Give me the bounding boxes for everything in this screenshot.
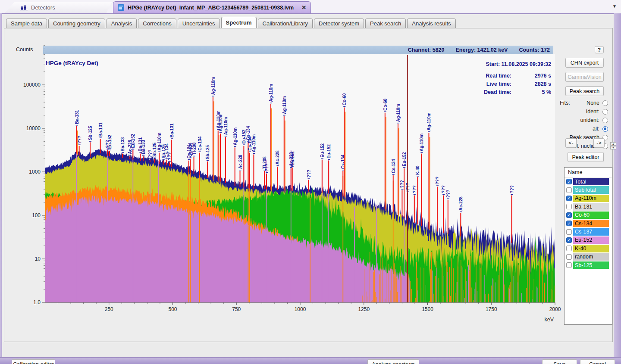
peak-label--868: ??? bbox=[264, 164, 269, 171]
legend-checkbox-random[interactable] bbox=[566, 254, 572, 260]
tab-overflow-arrow-icon[interactable]: ▼ bbox=[612, 4, 617, 9]
fits-radio-all[interactable] bbox=[602, 126, 608, 132]
legend-checkbox-eu-152[interactable]: ✓ bbox=[566, 237, 572, 243]
legend-name-co-60[interactable]: Co-60 bbox=[573, 212, 609, 219]
previous-peak-button[interactable]: <- bbox=[565, 138, 577, 148]
tab-analysis[interactable]: Analysis bbox=[107, 19, 137, 28]
analyze-spectrum-button[interactable]: Analyze spectrum bbox=[367, 359, 419, 364]
tab-uncertainties[interactable]: Uncertainties bbox=[178, 19, 220, 28]
real-time-label: Real time: bbox=[474, 72, 511, 80]
fits-row-all: all: bbox=[560, 124, 615, 133]
peak-label-ac-228-764: Ac-228 bbox=[238, 155, 243, 169]
legend-checkbox-co-60[interactable]: ✓ bbox=[566, 212, 572, 218]
start-time: Start: 11.08.2025 09:39:32 bbox=[474, 60, 551, 68]
svg-text:750: 750 bbox=[232, 306, 241, 312]
fits-option-label-none: None bbox=[586, 100, 599, 106]
legend-checkbox-subtotal[interactable] bbox=[566, 187, 572, 193]
tab-peak-search[interactable]: Peak search bbox=[365, 19, 406, 28]
legend-name-random[interactable]: random bbox=[573, 253, 609, 261]
application-window: Detectors HPGe (tRAYcy Det)_Infant_MP_AB… bbox=[0, 0, 621, 364]
peak-label-ag-110m-1476: Ag-110m bbox=[419, 134, 424, 152]
legend-checkbox-cs-134[interactable]: ✓ bbox=[566, 221, 572, 226]
legend-checkbox-k-40[interactable] bbox=[566, 246, 572, 251]
spectrum-title: HPGe (tRAYcy Det) bbox=[46, 60, 98, 66]
save-button[interactable]: Save bbox=[542, 359, 577, 364]
dead-time-label: Dead time: bbox=[474, 88, 511, 96]
legend-name-subtotal[interactable]: SubTotal bbox=[573, 186, 609, 194]
peak-label-ag-110m-818: Ag-110m bbox=[251, 134, 256, 152]
help-button[interactable]: ? bbox=[595, 46, 604, 53]
calibration-editor-button[interactable]: Calibration editor bbox=[12, 359, 55, 364]
tab-analysis-results[interactable]: Analysis results bbox=[407, 19, 455, 28]
svg-text:1250: 1250 bbox=[358, 306, 370, 312]
peak-editor-button[interactable]: Peak editor bbox=[568, 152, 604, 162]
peak-label-eu-152-969: Eu-152 bbox=[290, 151, 295, 165]
peak-label-ba-133-384: Ba-133 bbox=[141, 140, 146, 154]
tab-detector-system[interactable]: Detector system bbox=[314, 19, 364, 28]
legend-name-ag-110m[interactable]: Ag-110m bbox=[573, 195, 609, 202]
legend-checkbox-ag-110m[interactable]: ✓ bbox=[566, 196, 572, 201]
peak-label-sb-125-428: Sb-125 bbox=[152, 142, 157, 156]
svg-text:2000: 2000 bbox=[549, 306, 561, 312]
peak-label-sb-125-463: Sb-125 bbox=[161, 144, 166, 159]
svg-text:1750: 1750 bbox=[486, 306, 497, 312]
document-tab-title: HPGe (tRAYcy Det)_Infant_MP_ABC-12345678… bbox=[128, 5, 294, 11]
legend-name-eu-152[interactable]: Eu-152 bbox=[573, 236, 609, 244]
legend-checkbox-ba-131[interactable] bbox=[566, 204, 572, 209]
peak-label--1421: ??? bbox=[405, 183, 410, 190]
legend-checkbox-sb-125[interactable] bbox=[566, 262, 572, 268]
legend-name-cs-137[interactable]: Cs-137 bbox=[573, 228, 609, 236]
peak-label--1400: ??? bbox=[400, 180, 405, 188]
peak-label--1448: ??? bbox=[412, 185, 417, 193]
fits-option-label-ident: Ident: bbox=[586, 109, 599, 115]
fits-radio-none[interactable] bbox=[602, 100, 608, 106]
peak-label--1562: ??? bbox=[441, 185, 446, 193]
svg-text:100: 100 bbox=[32, 212, 41, 218]
chn-export-button[interactable]: CHN export bbox=[565, 58, 604, 68]
peak-label-co-60-1173: Co-60 bbox=[342, 93, 347, 105]
legend-name-k-40[interactable]: K-40 bbox=[573, 245, 609, 252]
legend-row-cs-134: ✓Cs-134 bbox=[565, 219, 612, 227]
detectors-icon bbox=[20, 5, 28, 10]
peak-search-button[interactable]: Peak search bbox=[565, 86, 604, 96]
tab-corrections[interactable]: Corrections bbox=[138, 19, 176, 28]
real-time-value: 2976 s bbox=[511, 72, 551, 80]
next-peak-button[interactable]: -> bbox=[593, 138, 605, 148]
peak-label-ag-110m-658: Ag-110m bbox=[211, 77, 216, 95]
legend-name-total[interactable]: Total bbox=[573, 178, 609, 186]
close-tab-icon[interactable]: ✕ bbox=[301, 4, 306, 11]
tab-document[interactable]: HPGe (tRAYcy Det)_Infant_MP_ABC-12345678… bbox=[113, 1, 311, 13]
tab-calibration-library[interactable]: Calibration/Library bbox=[258, 19, 313, 28]
peak-label-cs-134-475: Cs-134 bbox=[164, 143, 169, 157]
fits-radio-unident[interactable] bbox=[602, 118, 608, 123]
peak-label--1538: ??? bbox=[435, 177, 440, 184]
peak-label-ag-110m-937: Ag-110m bbox=[282, 96, 287, 114]
tab-spectrum[interactable]: Spectrum bbox=[221, 17, 257, 28]
tab-counting-geometry[interactable]: Counting geometry bbox=[48, 19, 105, 28]
legend-name-ba-131[interactable]: Ba-131 bbox=[573, 203, 609, 211]
peak-label-tl-208-583: Tl-208 bbox=[192, 142, 197, 155]
peak-label-cs-134-1168: Cs-134 bbox=[341, 155, 345, 169]
nuclide-legend: Name ✓TotalSubTotal✓Ag-110mBa-131✓Co-60✓… bbox=[564, 167, 612, 325]
peak-label-ac-228-1630: Ac-228 bbox=[458, 196, 463, 211]
legend-name-sb-125[interactable]: Sb-125 bbox=[573, 261, 609, 269]
svg-text:1000: 1000 bbox=[29, 169, 41, 175]
section-tab-strip: Sample dataCounting geometryAnalysisCorr… bbox=[6, 18, 456, 28]
peak-label-ag-110m-447: Ag-110m bbox=[157, 133, 162, 151]
svg-text:100000: 100000 bbox=[23, 82, 41, 88]
tab-sample-data[interactable]: Sample data bbox=[6, 19, 47, 28]
legend-name-cs-134[interactable]: Cs-134 bbox=[573, 220, 609, 227]
peak-label-ag-110m-1384: Ag-110m bbox=[396, 104, 401, 122]
spinner-up-button[interactable]: ▲ bbox=[610, 142, 616, 146]
legend-checkbox-total[interactable]: ✓ bbox=[566, 179, 572, 184]
svg-text:1000: 1000 bbox=[295, 306, 306, 312]
cancel-button[interactable]: Cancel bbox=[580, 359, 615, 364]
spinner-down-button[interactable]: ▼ bbox=[610, 146, 616, 149]
peak-label-k-40-1461: K-40 bbox=[415, 165, 420, 175]
fits-radio-ident[interactable] bbox=[602, 109, 608, 115]
legend-checkbox-cs-137[interactable] bbox=[566, 229, 572, 235]
nuclide-spinner: ▲▼ bbox=[610, 142, 616, 149]
legend-row-ag-110m: ✓Ag-110m bbox=[565, 194, 612, 202]
cursor-readout-bar: Channel: 5820 Energy: 1421.02 keV Counts… bbox=[43, 46, 553, 54]
tab-detectors[interactable]: Detectors bbox=[4, 2, 112, 13]
